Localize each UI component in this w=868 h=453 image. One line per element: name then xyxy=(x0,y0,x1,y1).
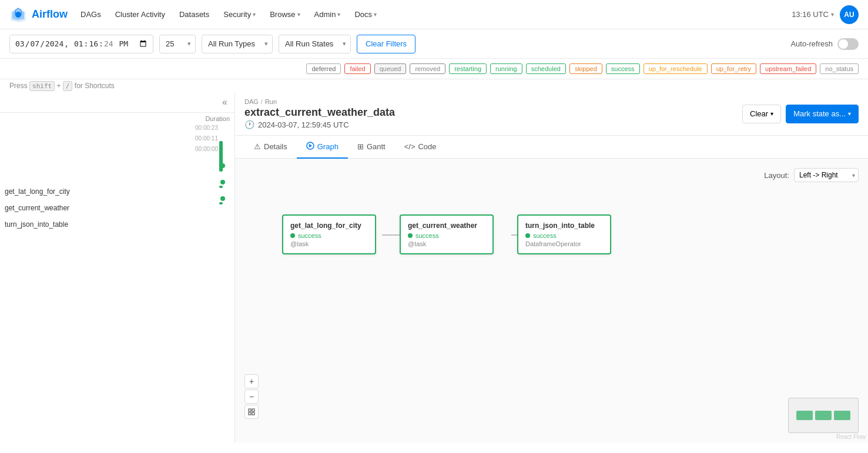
badge-success[interactable]: success xyxy=(606,63,640,74)
task-label-2: get_current_weather xyxy=(0,200,123,216)
tab-gantt[interactable]: ⊞ Gantt xyxy=(348,136,395,159)
flow-node-2-type: @task xyxy=(408,240,485,247)
layout-select[interactable]: Left -> Right Top -> Bottom xyxy=(794,168,859,182)
badge-restarting[interactable]: restarting xyxy=(449,63,487,74)
duration-ticks: 00:00:23 00:00:11 00:00:00 xyxy=(123,122,234,157)
auto-refresh-toggle[interactable] xyxy=(837,38,859,50)
layout-control: Layout: Left -> Right Top -> Bottom xyxy=(764,168,859,182)
tab-details[interactable]: ⚠ Details xyxy=(244,136,297,159)
main-layout: « get_lat_long_for_city get_current_weat… xyxy=(0,92,868,442)
badge-scheduled[interactable]: scheduled xyxy=(526,63,566,74)
dag-breadcrumb: DAG / Run xyxy=(244,98,395,105)
zoom-in-button[interactable]: + xyxy=(244,374,259,388)
run-states-wrapper: All Run States xyxy=(279,35,351,53)
duration-bars xyxy=(123,157,234,207)
nav-dags[interactable]: DAGs xyxy=(75,6,107,22)
tab-code[interactable]: </> Code xyxy=(395,136,446,159)
flow-node-1-title: get_lat_long_for_city xyxy=(290,222,368,230)
flow-node-3-status: success xyxy=(525,232,603,239)
duration-header: Duration xyxy=(123,113,234,122)
nav-docs[interactable]: Docs ▾ xyxy=(348,6,383,22)
task-list: get_lat_long_for_city get_current_weathe… xyxy=(0,113,123,442)
dag-run-header: DAG / Run extract_current_weather_data 🕐… xyxy=(235,92,868,136)
dag-run-info: 🕐 2024-03-07, 12:59:45 UTC xyxy=(244,120,395,129)
badge-no-status[interactable]: no_status xyxy=(820,63,859,74)
mini-node-1 xyxy=(796,411,813,420)
badge-failed[interactable]: failed xyxy=(344,63,370,74)
bar-3 xyxy=(219,202,223,204)
logo[interactable]: Airflow xyxy=(9,6,68,24)
status-dot-3 xyxy=(525,233,530,238)
nav-browse[interactable]: Browse ▾ xyxy=(264,6,306,22)
auto-refresh-label: Auto-refresh xyxy=(790,39,833,48)
flow-node-2-title: get_current_weather xyxy=(408,222,485,230)
badge-up-for-retry[interactable]: up_for_retry xyxy=(711,63,756,74)
bar-2 xyxy=(219,186,223,188)
badge-upstream-failed[interactable]: upstream_failed xyxy=(760,63,816,74)
clock-icon: 🕐 xyxy=(244,120,254,129)
status-dot-2 xyxy=(408,233,413,238)
flow-node-2[interactable]: get_current_weather success @task xyxy=(400,214,494,254)
badge-up-for-reschedule[interactable]: up_for_reschedule xyxy=(644,63,708,74)
breadcrumb-run: Run xyxy=(265,98,277,105)
shortcuts-hint: Press shift + / for Shortcuts xyxy=(0,79,868,92)
dag-run-time: 2024-03-07, 12:59:45 UTC xyxy=(258,120,349,129)
task-label-3: turn_json_into_table xyxy=(0,216,123,233)
navbar: Airflow DAGs Cluster Activity Datasets S… xyxy=(0,0,868,29)
tick-2: 00:00:11 xyxy=(123,135,234,142)
user-avatar[interactable]: AU xyxy=(840,5,859,24)
code-icon: </> xyxy=(404,142,415,151)
nav-admin[interactable]: Admin ▾ xyxy=(309,6,347,22)
badge-skipped[interactable]: skipped xyxy=(569,63,602,74)
left-panel-header: « xyxy=(0,92,234,113)
zoom-controls: + − xyxy=(244,374,259,419)
flow-node-3[interactable]: turn_json_into_table success DataframeOp… xyxy=(517,214,611,254)
clear-button[interactable]: Clear ▾ xyxy=(742,105,781,123)
flow-node-2-status: success xyxy=(408,232,485,239)
dag-title: extract_current_weather_data xyxy=(244,106,395,119)
admin-chevron-icon: ▾ xyxy=(337,11,340,18)
badge-removed[interactable]: removed xyxy=(410,63,445,74)
svg-rect-10 xyxy=(249,409,251,411)
collapse-button[interactable]: « xyxy=(220,96,230,109)
svg-rect-11 xyxy=(252,409,254,411)
status-dot-1 xyxy=(290,233,295,238)
graph-icon xyxy=(306,142,314,152)
clear-filters-button[interactable]: Clear Filters xyxy=(357,35,415,53)
badge-running[interactable]: running xyxy=(490,63,522,74)
logo-text: Airflow xyxy=(32,8,68,21)
nav-security[interactable]: Security ▾ xyxy=(217,6,262,22)
gantt-icon: ⊞ xyxy=(357,142,364,151)
shortcuts-slash: / xyxy=(63,81,73,91)
bar-dot-2 xyxy=(220,180,225,184)
mark-state-button[interactable]: Mark state as... ▾ xyxy=(786,105,859,123)
run-types-select[interactable]: All Run Types xyxy=(202,35,273,53)
bar-dot-3 xyxy=(220,196,225,201)
react-flow-credit: React Flow xyxy=(836,434,866,440)
nav-datasets[interactable]: Datasets xyxy=(173,6,215,22)
zoom-fit-button[interactable] xyxy=(244,405,259,419)
task-label-1: get_lat_long_for_city xyxy=(0,183,123,200)
flow-node-1-status: success xyxy=(290,232,368,239)
svg-rect-12 xyxy=(249,412,251,415)
badge-queued[interactable]: queued xyxy=(374,63,407,74)
security-chevron-icon: ▾ xyxy=(253,11,256,18)
run-states-select[interactable]: All Run States xyxy=(279,35,351,53)
limit-select[interactable]: 25 50 100 xyxy=(159,35,196,53)
fit-icon xyxy=(248,408,255,415)
browse-chevron-icon: ▾ xyxy=(297,11,300,18)
bar-row-1 xyxy=(123,157,234,174)
nav-cluster-activity[interactable]: Cluster Activity xyxy=(109,6,171,22)
flow-node-1[interactable]: get_lat_long_for_city success @task xyxy=(282,214,376,254)
topbar: 25 50 100 All Run Types All Run States C… xyxy=(0,29,868,59)
datetime-input[interactable] xyxy=(9,35,153,53)
docs-chevron-icon: ▾ xyxy=(374,11,377,18)
utc-time[interactable]: 13:16 UTC ▾ xyxy=(792,10,834,19)
zoom-out-button[interactable]: − xyxy=(244,390,259,404)
badge-deferred[interactable]: deferred xyxy=(306,63,341,74)
auto-refresh-wrap: Auto-refresh xyxy=(790,38,859,50)
tab-graph[interactable]: Graph xyxy=(297,136,348,159)
mini-map xyxy=(788,398,859,433)
time-chevron-icon: ▾ xyxy=(831,11,834,18)
tabs: ⚠ Details Graph ⊞ Gantt </> Code xyxy=(235,136,868,159)
